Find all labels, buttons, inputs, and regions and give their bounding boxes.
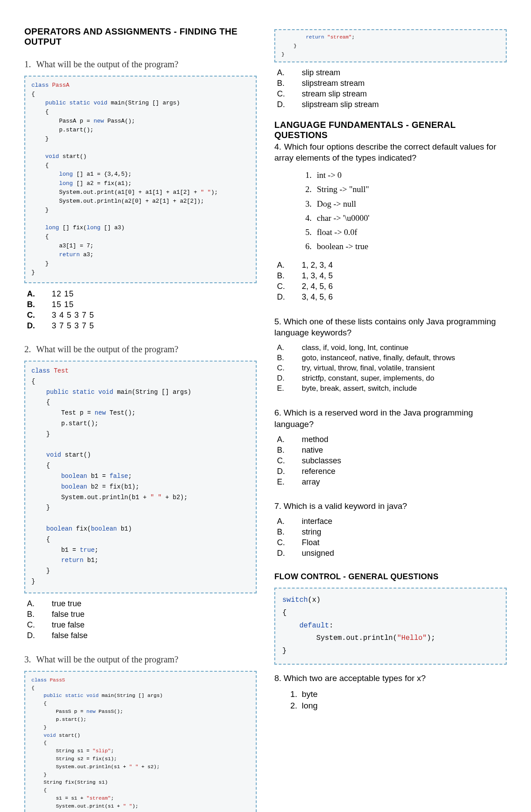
answer-option: B.1, 3, 4, 5 — [277, 271, 507, 281]
list-item: 4.char -> '\u0000' — [305, 211, 507, 225]
answer-option: D.reference — [277, 466, 507, 477]
list-item: 1.int -> 0 — [305, 168, 507, 182]
q5-text: 5. Which one of these lists contains onl… — [274, 316, 507, 339]
q7-answers: A.interface B.string C.Float D.unsigned — [277, 516, 507, 559]
answer-option: B.goto, instanceof, native, finally, def… — [277, 353, 507, 363]
q3-codebox-cont: return "stream"; } } — [274, 29, 507, 62]
section-title-fundamentals: LANGUAGE FUNDAMENTALS - GENERAL QUESTION… — [274, 120, 507, 140]
flow-codebox: switch(x) { default: System.out.println(… — [274, 588, 507, 665]
q6-text: 6. Which is a reserved word in the Java … — [274, 407, 507, 430]
q1-codebox: class PassA { public static void main(St… — [24, 76, 257, 283]
q3-text: 3. What will be the output of the progra… — [24, 654, 257, 665]
answer-option: C.2, 4, 5, 6 — [277, 281, 507, 292]
q2-answers: A.true true B.false true C.true false D.… — [27, 599, 257, 641]
answer-option: A.method — [277, 434, 507, 445]
answer-option: B.false true — [27, 609, 257, 620]
answer-option: A.12 15 — [27, 289, 257, 299]
q2-codebox: class Test { public static void main(Str… — [24, 361, 257, 593]
answer-option: C.try, virtual, throw, final, volatile, … — [277, 363, 507, 373]
answer-option: A.interface — [277, 516, 507, 527]
answer-option: C.true false — [27, 620, 257, 631]
list-item: 3.Dog -> null — [305, 197, 507, 211]
q6-answers: A.method B.native C.subclasses D.referen… — [277, 434, 507, 487]
q3-codebox: class PassS { public static void main(St… — [24, 671, 257, 812]
answer-option: B.native — [277, 445, 507, 455]
q4-answers: A.1, 2, 3, 4 B.1, 3, 4, 5 C.2, 4, 5, 6 D… — [277, 260, 507, 303]
q2-text: 2. What will be the output of the progra… — [24, 344, 257, 354]
answer-option: D.strictfp, constant, super, implements,… — [277, 373, 507, 384]
answer-option: D.unsigned — [277, 548, 507, 559]
list-item: 1.byte — [290, 689, 507, 700]
q5-answers: A.class, if, void, long, Int, continue B… — [277, 343, 507, 394]
list-item: 2.String -> "null" — [305, 182, 507, 196]
q3-answers: A.slip stream B.slipstream stream C.stre… — [277, 68, 507, 110]
answer-option: B.string — [277, 527, 507, 538]
answer-option: D.false false — [27, 631, 257, 641]
left-column: OPERATORS AND ASSIGNMENTS - FINDING THE … — [24, 27, 257, 812]
q7-text: 7. Which is a valid keyword in java? — [274, 500, 507, 512]
q4-text: 4.Which four options describe the correc… — [274, 141, 507, 164]
answer-option: A.class, if, void, long, Int, continue — [277, 343, 507, 353]
answer-option: B.slipstream stream — [277, 78, 507, 89]
q8-text: 8. Which two are acceptable types for x? — [274, 673, 507, 684]
answer-option: C.Float — [277, 538, 507, 548]
list-item: 5.float -> 0.0f — [305, 225, 507, 239]
list-item: 6.boolean -> true — [305, 239, 507, 254]
answer-option: E.byte, break, assert, switch, include — [277, 384, 507, 394]
right-column: return "stream"; } } A.slip stream B.sli… — [274, 27, 507, 812]
q1-answers: A.12 15 B.15 15 C.3 4 5 3 7 5 D.3 7 5 3 … — [27, 289, 257, 331]
q8-items: 1.byte 2.long — [290, 689, 507, 712]
answer-option: A.true true — [27, 599, 257, 609]
q4-items: 1.int -> 0 2.String -> "null" 3.Dog -> n… — [305, 168, 507, 254]
section-title-operators: OPERATORS AND ASSIGNMENTS - FINDING THE … — [24, 27, 257, 47]
answer-option: B.15 15 — [27, 299, 257, 310]
section-title-flow: FLOW CONTROL - GENERAL QUESTIONS — [274, 572, 507, 581]
q1-text: 1. What will be the output of the progra… — [24, 59, 257, 69]
answer-option: C.subclasses — [277, 455, 507, 466]
answer-option: C.3 4 5 3 7 5 — [27, 310, 257, 320]
answer-option: A.slip stream — [277, 68, 507, 78]
answer-option: C.stream slip stream — [277, 89, 507, 100]
answer-option: D.3 7 5 3 7 5 — [27, 320, 257, 331]
list-item: 2.long — [290, 700, 507, 712]
answer-option: D.slipstream slip stream — [277, 100, 507, 110]
answer-option: A.1, 2, 3, 4 — [277, 260, 507, 271]
answer-option: E.array — [277, 477, 507, 487]
answer-option: D.3, 4, 5, 6 — [277, 292, 507, 303]
